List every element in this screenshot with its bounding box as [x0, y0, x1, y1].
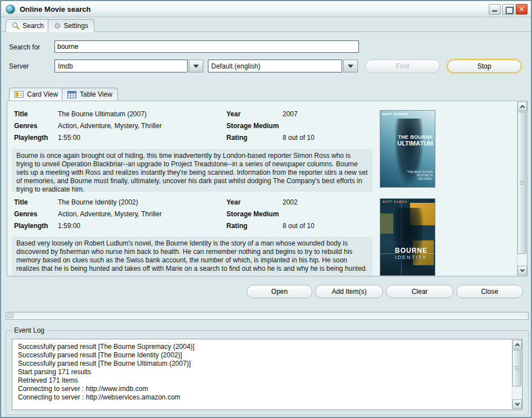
close-dialog-button[interactable]: Close [456, 285, 523, 298]
playlength-label: Playlength [14, 134, 48, 142]
tab-settings[interactable]: Settings [48, 19, 94, 32]
scrollbar-thumb[interactable] [517, 112, 526, 254]
window-controls [489, 4, 528, 15]
minimize-button[interactable] [489, 4, 501, 15]
table-view-icon [67, 91, 76, 98]
scroll-up-icon [515, 343, 520, 348]
event-log-scrollbar[interactable] [512, 340, 521, 409]
tab-table-view-label: Table View [80, 90, 112, 98]
add-items-button[interactable]: Add Item(s) [315, 285, 383, 298]
scrollbar-thumb[interactable] [512, 350, 521, 387]
title-bar: Online Movie search [1, 1, 531, 17]
poster-actor-text: MATT DAMON [383, 112, 408, 116]
scroll-down-button[interactable] [512, 399, 522, 409]
storage-label: Storage Medium [226, 210, 279, 218]
chevron-down-icon [348, 65, 353, 68]
movie-title: The Bourne Ultimatum (2007) [58, 110, 147, 118]
server-combobox-arrow[interactable] [189, 60, 203, 72]
rating-label: Rating [226, 222, 247, 230]
poster-figure [394, 208, 423, 271]
event-log-group: Event Log Successfully parsed result [Th… [6, 330, 529, 415]
card-view-icon [15, 91, 24, 98]
server-combobox-value: Imdb [54, 60, 188, 72]
main-tab-strip: Search Settings [1, 18, 531, 32]
year-label: Year [226, 198, 240, 206]
server-label: Server [9, 62, 29, 70]
movie-rating: 8 out of 10 [283, 222, 315, 230]
event-log-box[interactable]: Successfully parsed result [The Bourne S… [12, 339, 522, 410]
rating-label: Rating [226, 134, 247, 142]
tab-settings-label: Settings [64, 22, 88, 30]
search-input[interactable] [54, 40, 359, 53]
clear-button[interactable]: Clear [386, 285, 453, 298]
movie-year: 2002 [283, 198, 298, 206]
tab-search[interactable]: Search [6, 19, 50, 32]
language-combobox-arrow[interactable] [343, 60, 358, 72]
movie-poster: MATT DAMON BOURNE IDENTITY [380, 198, 435, 276]
log-line: Connecting to server : http://www.imdb.c… [18, 385, 505, 393]
genres-label: Genres [14, 122, 37, 130]
poster-actor-text: MATT DAMON [383, 200, 434, 203]
event-log-legend: Event Log [12, 326, 47, 334]
thumb-grip-icon [520, 181, 524, 185]
tab-search-label: Search [22, 22, 44, 30]
event-log-lines: Successfully parsed result [The Bourne S… [12, 339, 511, 405]
gear-icon [54, 22, 61, 30]
log-line: Connecting to server : http://webservice… [18, 393, 505, 402]
stop-button[interactable]: Stop [447, 60, 521, 73]
log-line: Successfully parsed result [The Bourne I… [18, 351, 505, 360]
log-line: Successfully parsed result [The Bourne S… [18, 343, 505, 351]
language-combobox-value: Default (english) [208, 60, 342, 72]
tab-card-view[interactable]: Card View [9, 88, 63, 101]
progress-indicator [7, 313, 13, 318]
window-title: Online Movie search [20, 5, 90, 13]
playlength-label: Playlength [14, 222, 48, 230]
scroll-up-button[interactable] [517, 102, 527, 111]
log-line: Successfully parsed result [The Bourne U… [18, 360, 505, 368]
scroll-down-button[interactable] [517, 266, 527, 275]
poster-title: THE BOURNE ULTIMATUM [397, 134, 433, 147]
maximize-button[interactable] [502, 4, 514, 15]
movie-genres: Action, Adventure, Mystery, Thriller [58, 122, 162, 130]
close-button[interactable] [516, 4, 528, 15]
movie-year: 2007 [283, 110, 298, 118]
movie-title: The Bourne Identity (2002) [58, 198, 138, 206]
scroll-down-icon [520, 267, 525, 272]
progress-bar [6, 312, 529, 320]
movie-playlength: 1:59:00 [58, 222, 80, 230]
year-label: Year [226, 110, 240, 118]
server-combobox[interactable]: Imdb [54, 60, 203, 72]
log-line: Start parsing 171 results [18, 368, 505, 376]
scroll-up-icon [520, 105, 525, 110]
poster-tagline: "THE BEST ACTION PICTURE IN DECADES" [403, 170, 433, 180]
movie-poster: MATT DAMON THE BOURNE ULTIMATUM "THE BES… [380, 110, 435, 188]
movie-genres: Action, Adventure, Mystery, Thriller [58, 210, 162, 218]
results-scrollbar[interactable] [517, 102, 526, 275]
poster-graphic [380, 213, 393, 234]
scroll-down-icon [515, 401, 520, 406]
log-line: Retrieved 171 items [18, 376, 505, 385]
open-button[interactable]: Open [247, 285, 312, 298]
results-panel: Title The Bourne Ultimatum (2007) Year 2… [7, 101, 528, 276]
storage-label: Storage Medium [226, 122, 279, 130]
movie-description: Based very loosely on Robert Ludlum's no… [12, 237, 372, 276]
tab-card-view-label: Card View [27, 90, 58, 98]
globe-app-icon [6, 4, 15, 14]
movie-description: Bourne is once again brought out of hidi… [12, 149, 372, 192]
genres-label: Genres [14, 210, 37, 218]
chevron-down-icon [193, 65, 199, 68]
thumb-grip-icon [515, 366, 519, 371]
movie-playlength: 1:55:00 [58, 134, 80, 142]
search-for-label: Search for [9, 43, 40, 51]
scroll-up-button[interactable] [512, 340, 522, 349]
language-combobox[interactable]: Default (english) [208, 60, 358, 72]
poster-title: BOURNE IDENTITY [395, 247, 428, 261]
movie-rating: 8 out of 10 [283, 134, 315, 142]
app-window: Online Movie search Search Settings Sear… [0, 0, 532, 418]
title-label: Title [14, 110, 28, 118]
magnifier-icon [12, 22, 20, 30]
tab-table-view[interactable]: Table View [62, 88, 118, 101]
view-tab-strip: Card View Table View [1, 88, 531, 101]
find-button[interactable]: Find [365, 60, 440, 73]
title-label: Title [14, 198, 28, 206]
